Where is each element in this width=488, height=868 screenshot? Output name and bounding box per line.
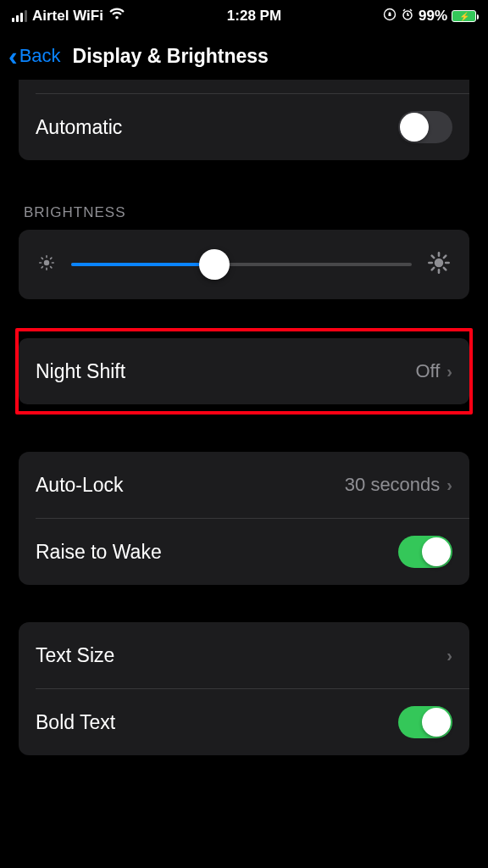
auto-lock-label: Auto-Lock: [36, 474, 124, 497]
battery-percent: 99%: [419, 8, 447, 25]
highlight-annotation: Night Shift Off ›: [15, 328, 473, 415]
svg-line-17: [444, 268, 446, 270]
battery-icon: ⚡: [452, 10, 476, 22]
svg-line-10: [51, 258, 52, 259]
automatic-row[interactable]: Automatic: [19, 94, 469, 160]
orientation-lock-icon: [383, 8, 396, 25]
wifi-icon: [108, 8, 125, 25]
svg-point-11: [435, 259, 444, 268]
chevron-right-icon: ›: [446, 476, 452, 495]
alarm-icon: [401, 8, 414, 25]
night-shift-label: Night Shift: [36, 360, 125, 383]
svg-point-2: [44, 260, 49, 265]
brightness-header: BRIGHTNESS: [19, 204, 469, 230]
night-shift-value: Off: [415, 360, 440, 382]
bold-text-toggle[interactable]: [398, 706, 452, 738]
nav-header: ‹ Back Display & Brightness: [0, 32, 488, 80]
brightness-slider[interactable]: [71, 263, 412, 266]
night-shift-row[interactable]: Night Shift Off ›: [19, 338, 469, 404]
svg-line-18: [432, 268, 434, 270]
chevron-right-icon: ›: [446, 646, 452, 665]
auto-lock-row[interactable]: Auto-Lock 30 seconds ›: [19, 452, 469, 518]
back-label: Back: [19, 45, 61, 67]
raise-to-wake-row[interactable]: Raise to Wake: [19, 519, 469, 585]
sun-min-icon: [37, 253, 56, 275]
status-bar: Airtel WiFi 1:28 PM 99% ⚡: [0, 0, 488, 32]
text-group: Text Size › Bold Text: [19, 622, 469, 755]
automatic-label: Automatic: [36, 116, 122, 139]
bold-text-row[interactable]: Bold Text: [19, 689, 469, 755]
text-size-row[interactable]: Text Size ›: [19, 622, 469, 688]
carrier-label: Airtel WiFi: [32, 8, 103, 25]
slider-thumb[interactable]: [199, 249, 230, 280]
back-button[interactable]: ‹ Back: [8, 42, 61, 70]
brightness-slider-row[interactable]: [19, 230, 469, 299]
night-shift-group: Night Shift Off ›: [19, 338, 469, 404]
bold-text-label: Bold Text: [36, 711, 115, 734]
raise-to-wake-toggle[interactable]: [398, 536, 452, 568]
page-title: Display & Brightness: [73, 45, 269, 68]
brightness-group: [19, 230, 469, 299]
lock-group: Auto-Lock 30 seconds › Raise to Wake: [19, 452, 469, 585]
svg-line-9: [42, 267, 42, 268]
text-size-label: Text Size: [36, 644, 114, 667]
sun-max-icon: [427, 251, 451, 278]
svg-line-8: [51, 267, 52, 268]
raise-to-wake-label: Raise to Wake: [36, 541, 162, 564]
chevron-left-icon: ‹: [8, 42, 18, 70]
svg-line-7: [42, 258, 42, 259]
svg-line-19: [444, 256, 446, 258]
appearance-group: Automatic: [19, 80, 469, 160]
svg-line-16: [432, 256, 434, 258]
cell-signal-icon: [12, 10, 27, 22]
clock: 1:28 PM: [227, 8, 281, 25]
auto-lock-value: 30 seconds: [345, 474, 441, 496]
chevron-right-icon: ›: [446, 362, 452, 381]
automatic-toggle[interactable]: [398, 111, 452, 143]
